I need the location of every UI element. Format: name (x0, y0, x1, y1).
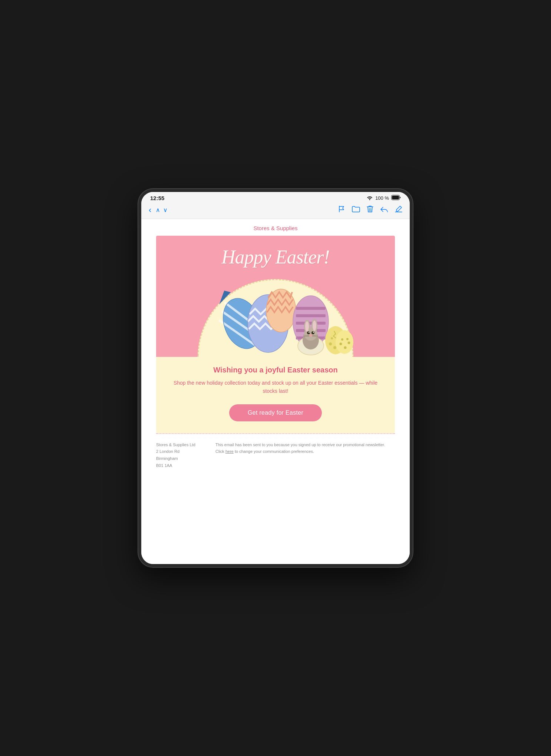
next-email-button[interactable]: ∨ (163, 206, 168, 213)
email-body-subtext: Shop the new holiday collection today an… (171, 379, 380, 395)
svg-point-25 (313, 321, 316, 331)
email-main-title: Happy Easter! (164, 246, 387, 268)
toolbar: ‹ ∧ ∨ (141, 203, 410, 219)
sender-name: Stores & Supplies (156, 219, 395, 236)
email-header: Happy Easter! (156, 236, 395, 357)
folder-icon[interactable] (352, 206, 360, 214)
svg-point-46 (346, 338, 349, 340)
footer-address-line3: Birmingham (156, 455, 201, 462)
prev-email-button[interactable]: ∧ (156, 206, 160, 213)
svg-rect-15 (296, 322, 326, 325)
svg-point-36 (329, 342, 332, 345)
dotted-divider (156, 433, 395, 434)
status-icons: 100 % (366, 195, 401, 201)
toolbar-left: ‹ ∧ ∨ (149, 205, 168, 215)
email-wrapper: Stores & Supplies Happy Easter! (141, 219, 410, 484)
svg-rect-1 (392, 196, 399, 199)
flag-icon[interactable] (338, 205, 345, 215)
nav-arrows: ∧ ∨ (156, 206, 168, 213)
status-bar: 12:55 100 % (141, 192, 410, 203)
battery-icon (391, 195, 401, 201)
svg-point-27 (311, 331, 314, 334)
svg-rect-14 (296, 314, 326, 317)
svg-point-44 (348, 342, 350, 344)
cta-button[interactable]: Get ready for Easter (229, 404, 322, 421)
footer-address-line1: Stores & Supplies Ltd (156, 441, 201, 448)
svg-point-29 (313, 332, 314, 333)
easter-eggs-illustration (198, 283, 353, 357)
footer-legal-link[interactable]: here (225, 449, 234, 454)
reply-icon[interactable] (380, 206, 388, 214)
svg-point-42 (340, 343, 342, 345)
svg-point-41 (336, 330, 353, 354)
email-card: Happy Easter! (156, 236, 395, 433)
wifi-icon (366, 195, 373, 201)
svg-point-39 (331, 337, 333, 339)
footer-legal-text-after: to change your communication preferences… (234, 449, 314, 454)
trash-icon[interactable] (367, 205, 373, 215)
svg-point-37 (333, 346, 336, 349)
svg-rect-13 (296, 307, 326, 310)
footer-legal: This email has been sent to you because … (215, 441, 395, 469)
email-footer: Stores & Supplies Ltd 2 London Rd Birmin… (156, 434, 395, 469)
illustration-area (164, 275, 387, 357)
footer-address-line2: 2 London Rd (156, 448, 201, 455)
svg-point-28 (309, 332, 310, 333)
svg-point-43 (344, 346, 347, 349)
back-button[interactable]: ‹ (149, 205, 151, 215)
content-area[interactable]: Stores & Supplies Happy Easter! (141, 219, 410, 564)
email-body: Wishing you a joyful Easter season Shop … (156, 357, 395, 433)
toolbar-right (338, 205, 402, 215)
svg-point-45 (341, 338, 343, 341)
battery-percent: 100 % (375, 195, 389, 201)
ipad-frame: 12:55 100 % ‹ (138, 189, 413, 567)
svg-point-30 (309, 334, 312, 336)
footer-address: Stores & Supplies Ltd 2 London Rd Birmin… (156, 441, 201, 469)
compose-icon[interactable] (395, 205, 402, 215)
status-time: 12:55 (150, 195, 164, 201)
svg-point-26 (307, 331, 310, 334)
svg-point-24 (305, 321, 309, 332)
footer-address-line4: B01 1AA (156, 462, 201, 469)
email-body-heading: Wishing you a joyful Easter season (171, 366, 380, 374)
